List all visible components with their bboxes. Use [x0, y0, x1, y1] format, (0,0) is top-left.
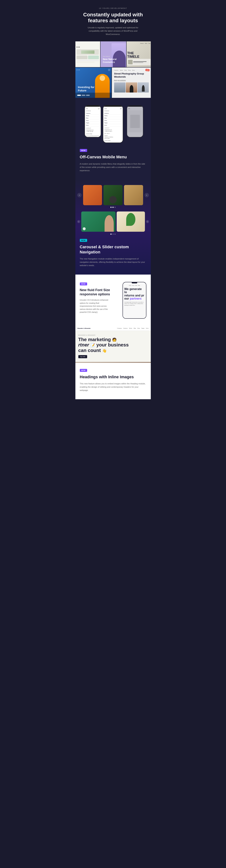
- menu-item: Shop: [104, 119, 122, 122]
- offcanvas-badge: NEW: [80, 149, 87, 152]
- street-nav-item: Shop: [128, 70, 130, 71]
- carousel-image-5: [117, 212, 145, 232]
- nav-dot: [78, 47, 78, 48]
- time: 9:41: [128, 108, 130, 109]
- headings-label: BRANDER & BRANDER: [78, 335, 148, 336]
- headings-cta[interactable]: Say hello: [78, 355, 87, 358]
- menu-item: Blog: [86, 117, 100, 119]
- carousel-dot[interactable]: [114, 207, 116, 208]
- nav-item: Work: [135, 285, 138, 286]
- fontsize-phone-content: We generate lo returns and pr our partne…: [124, 287, 145, 306]
- headings-preview: Brander & Brander Company Features Works…: [75, 326, 151, 363]
- fontsize-mockup: Home About Work Blog We generate lo retu…: [115, 282, 146, 319]
- phone-2: 10:44 ●●● Dionisio Features Works Blog S…: [103, 105, 123, 143]
- street-photo-3: [138, 83, 149, 93]
- emoji-pencil: 📝: [90, 343, 95, 347]
- headings-preview-nav: Brander & Brander Company Features Works…: [75, 326, 151, 331]
- fontsize-small-text: Leverage agile frameworks to provide a r…: [124, 302, 145, 306]
- carousel-image-3: [124, 185, 143, 205]
- emoji-wave: 👋: [102, 349, 107, 353]
- hero-section: 10 YEARS DEVELOPMENT Constantly updated …: [75, 0, 151, 41]
- carousel-dots: [75, 207, 151, 208]
- contact-section: Contact info@website.com+1 (555) 234-456…: [104, 127, 122, 132]
- nav-item: Blog: [138, 285, 140, 286]
- screenshot-blue: ≡ Investing for a Brighter Future: [75, 67, 112, 98]
- help-label: Get Help: [104, 133, 122, 134]
- menu-item: Extra: [86, 124, 100, 126]
- fontsize-accent: partners: [130, 297, 142, 300]
- carousel-row2-wrapper: ‹ ▶ ›: [75, 212, 151, 232]
- menu-header: Dionisio: [86, 110, 100, 112]
- offcanvas-title: Off-Canvas Mobile Menu: [80, 154, 146, 160]
- subscribe-text: Become a member for free premium tools g…: [86, 135, 100, 137]
- signal: ●●●: [120, 108, 122, 109]
- hero-eyebrow: 10 YEARS DEVELOPMENT: [80, 7, 146, 9]
- indicator-dot: [86, 95, 90, 96]
- emoji-person: 🧑: [112, 338, 117, 342]
- phone-screen-2: 10:44 ●●● Dionisio Features Works Blog S…: [103, 107, 123, 143]
- street-link: Book your workshop: [114, 80, 149, 81]
- headings-bottom-strip: [75, 362, 151, 363]
- carousel-dot[interactable]: [110, 207, 112, 208]
- carousel-text-block: NEW Carousel & Slider custom Navigation …: [75, 235, 151, 267]
- headings-desc: This new feature allows you to embed ima…: [80, 382, 146, 392]
- cosmetics-tag: New Natural: [103, 56, 126, 57]
- fontsize-badge: NEW: [80, 282, 87, 285]
- nav-item: Works: [129, 328, 132, 329]
- carousel-image-4: ▶: [81, 212, 116, 232]
- signal: ●●●: [98, 108, 100, 109]
- status-bar: 10:44 ●●●: [104, 108, 122, 109]
- nav-item: About: [132, 285, 135, 286]
- screenshot-street: Features Works Blog Shop Extra Street Ph…: [112, 67, 151, 98]
- carousel-next-arrow[interactable]: ›: [145, 193, 149, 197]
- hero-title: Constantly updated with features and lay…: [80, 12, 146, 24]
- play-button[interactable]: ▶: [83, 227, 86, 230]
- timeless-text: THETIMELE: [126, 50, 150, 59]
- carousel-prev-arrow[interactable]: ‹: [77, 193, 82, 197]
- fontsize-text-block: NEW New fluid Font Size responsive optio…: [80, 282, 112, 319]
- nav-item: Home: [129, 285, 131, 286]
- carousel-next-arrow-2[interactable]: ›: [146, 220, 149, 223]
- phone-1: 9:41 ●●● Dionisio Features Works Blog Sh…: [84, 105, 101, 137]
- carousel-dot[interactable]: [112, 207, 114, 208]
- screenshots-row2: ≡ Investing for a Brighter Future Featur…: [75, 67, 151, 98]
- bottom-photo-1: [75, 362, 151, 363]
- menu-item: Works: [86, 115, 100, 117]
- offcanvas-section: 9:41 ●●● Dionisio Features Works Blog Sh…: [75, 98, 151, 180]
- carousel-image-2: [104, 185, 122, 205]
- nav-item: Shop: [137, 328, 140, 329]
- nav-dot: [79, 47, 80, 48]
- phone-mockups: 9:41 ●●● Dionisio Features Works Blog Sh…: [80, 105, 146, 143]
- contact-section: Contact info@website.com+1 (555) 234-456: [86, 128, 100, 132]
- subscribe-section: Subscribe Become a member for free premi…: [86, 133, 100, 137]
- street-title: Street Photography Group Weekends: [114, 72, 149, 79]
- headings-section: Brander & Brander Company Features Works…: [75, 326, 151, 399]
- phone-screen-3: 9:41: [127, 107, 143, 137]
- fontsize-desc: Uncode 2.9.0 introduces enhanced options…: [80, 299, 112, 314]
- screenshot-mid: New Natural New Natural Cosmetics: [101, 41, 126, 67]
- time: 10:44: [104, 108, 107, 109]
- phone-3: 9:41: [127, 105, 143, 137]
- fontsize-section: NEW New fluid Font Size responsive optio…: [75, 275, 151, 326]
- phone-notch: [132, 105, 138, 107]
- street-nav-item: Features: [114, 70, 118, 71]
- contact-info: info@website.com+1 (555) 234-456: [86, 129, 100, 132]
- carousel-title: Carousel & Slider custom Navigation: [80, 244, 146, 254]
- screenshot-right: Features Works Blog THETIMELE: [126, 41, 151, 67]
- menu-item: Features: [86, 112, 100, 115]
- menu-item: Works: [104, 115, 122, 117]
- help-section: Get Help SupportShipping and deliveryRet…: [104, 133, 122, 139]
- headings-main-title: The marketing 🧑 rtner 📝 your business ca…: [78, 337, 148, 353]
- street-photo-1: [114, 83, 125, 93]
- offcanvas-desc: A modern and dynamic mobile Menu that el…: [80, 162, 146, 172]
- carousel-prev-arrow-2[interactable]: ‹: [77, 220, 80, 223]
- fontsize-badge-wrap: NEW: [80, 282, 112, 288]
- headings-badge: NEW: [80, 369, 87, 372]
- partner-text: rtner: [78, 342, 89, 347]
- subscribe-label: Subscribe: [104, 140, 122, 141]
- fontsize-screen: Home About Work Blog We generate lo retu…: [123, 283, 146, 318]
- phone-notch: [110, 105, 116, 107]
- status-bar: 9:41 ●●●: [86, 108, 100, 109]
- indicator-dot-active: [77, 95, 81, 96]
- hero-subtitle: Uncode is regularly improved, updated an…: [84, 26, 142, 36]
